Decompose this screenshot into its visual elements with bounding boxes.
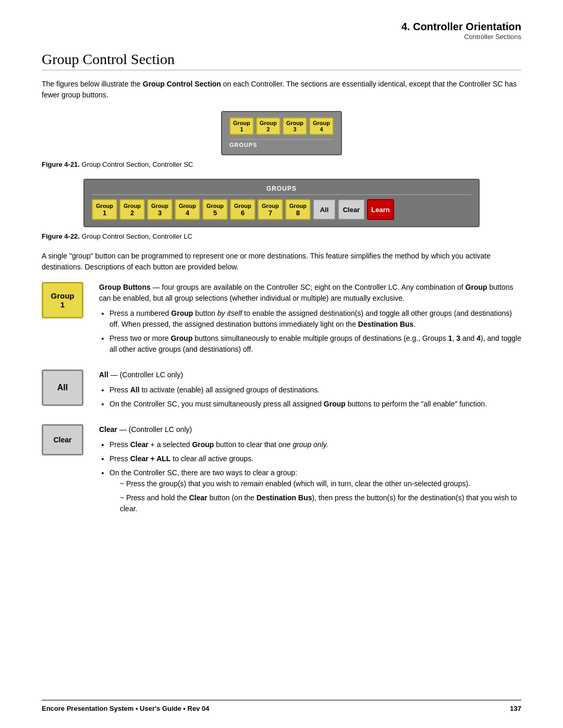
clear-icon-large: Clear: [42, 424, 83, 455]
lc-group-btn-8[interactable]: Group 8: [285, 199, 311, 220]
lc-groups-row: Group 1 Group 2 Group 3 Group 4 Group: [92, 199, 471, 220]
all-bullet-1: Press All to activate (enable) all assig…: [109, 385, 521, 396]
figure-22-container: GROUPS Group 1 Group 2 Group 3 Group 4: [42, 179, 521, 227]
sc-group-btn-4[interactable]: Group 4: [309, 117, 334, 135]
clear-icon-box: Clear: [42, 424, 89, 455]
clear-bullets-list: Press Clear + a selected Group button to…: [109, 439, 521, 514]
all-section: All All — (Controller LC only) Press All…: [42, 369, 521, 414]
chapter-title: 4. Controller Orientation: [42, 21, 521, 33]
all-icon-large: All: [42, 369, 83, 406]
clear-subbullets: Press the group(s) that you wish to rema…: [120, 478, 521, 514]
lc-group-btn-3[interactable]: Group 3: [147, 199, 173, 220]
all-icon-box: All: [42, 369, 89, 406]
controller-sc-panel: Group 1 Group 2 Group 3 Group 4 GROUPS: [221, 111, 342, 155]
figure-21-container: Group 1 Group 2 Group 3 Group 4 GROUPS: [42, 111, 521, 155]
lc-group-btn-1[interactable]: Group 1: [92, 199, 117, 220]
sc-groups-label: GROUPS: [229, 139, 334, 148]
intro-paragraph: The figures below illustrate the Group C…: [42, 79, 521, 101]
lc-group-btn-2[interactable]: Group 2: [119, 199, 145, 220]
page-header: 4. Controller Orientation Controller Sec…: [42, 21, 521, 41]
footer-left: Encore Presentation System • User's Guid…: [42, 705, 209, 712]
section-title: Group Control Section: [42, 51, 521, 70]
lc-clear-button[interactable]: Clear: [338, 199, 365, 220]
all-heading-para: All — (Controller LC only): [99, 369, 521, 380]
all-bullet-2: On the Controller SC, you must simultane…: [109, 399, 521, 410]
sc-group-btn-2[interactable]: Group 2: [256, 117, 280, 135]
group-buttons-section: Group 1 Group Buttons — four groups are …: [42, 282, 521, 359]
group-bullet-2: Press two or more Group buttons simultan…: [109, 333, 521, 355]
lc-group-btn-6[interactable]: Group 6: [230, 199, 255, 220]
lc-all-button[interactable]: All: [313, 199, 336, 220]
group-bullet-1: Press a numbered Group button by itself …: [109, 308, 521, 330]
figure-22-caption: Figure 4-22. Group Control Section, Cont…: [42, 232, 521, 240]
group-icon-large: Group 1: [42, 282, 83, 318]
clear-sub-1: Press the group(s) that you wish to rema…: [120, 478, 521, 489]
all-text-content: All — (Controller LC only) Press All to …: [99, 369, 521, 414]
sc-group-btn-1[interactable]: Group 1: [229, 117, 254, 135]
clear-bullet-2: Press Clear + ALL to clear all active gr…: [109, 453, 521, 464]
page-footer: Encore Presentation System • User's Guid…: [42, 700, 521, 712]
clear-text-content: Clear — (Controller LC only) Press Clear…: [99, 424, 521, 519]
group-heading-para: Group Buttons — four groups are availabl…: [99, 282, 521, 304]
sc-group-btn-3[interactable]: Group 3: [283, 117, 307, 135]
controller-lc-panel: GROUPS Group 1 Group 2 Group 3 Group 4: [83, 179, 480, 227]
lc-group-btn-4[interactable]: Group 4: [175, 199, 200, 220]
group-bullets-list: Press a numbered Group button by itself …: [109, 308, 521, 355]
section-subtitle: Controller Sections: [42, 33, 521, 41]
lc-learn-button[interactable]: Learn: [367, 199, 394, 220]
all-bullets-list: Press All to activate (enable) all assig…: [109, 385, 521, 410]
lc-groups-header: GROUPS: [92, 185, 471, 195]
clear-bullet-1: Press Clear + a selected Group button to…: [109, 439, 521, 450]
footer-right: 137: [510, 705, 521, 712]
clear-bullet-3: On the Controller SC, there are two ways…: [109, 467, 521, 514]
body-para-1: A single "group" button can be programme…: [42, 251, 521, 273]
figure-21-caption: Figure 4-21. Group Control Section, Cont…: [42, 161, 521, 168]
group-text-content: Group Buttons — four groups are availabl…: [99, 282, 521, 359]
lc-group-btn-7[interactable]: Group 7: [258, 199, 283, 220]
lc-group-btn-5[interactable]: Group 5: [202, 199, 228, 220]
clear-section: Clear Clear — (Controller LC only) Press…: [42, 424, 521, 519]
sc-groups-row: Group 1 Group 2 Group 3 Group 4: [229, 117, 334, 135]
clear-heading-para: Clear — (Controller LC only): [99, 424, 521, 435]
group-icon-box: Group 1: [42, 282, 89, 318]
clear-sub-2: Press and hold the Clear button (on the …: [120, 492, 521, 514]
